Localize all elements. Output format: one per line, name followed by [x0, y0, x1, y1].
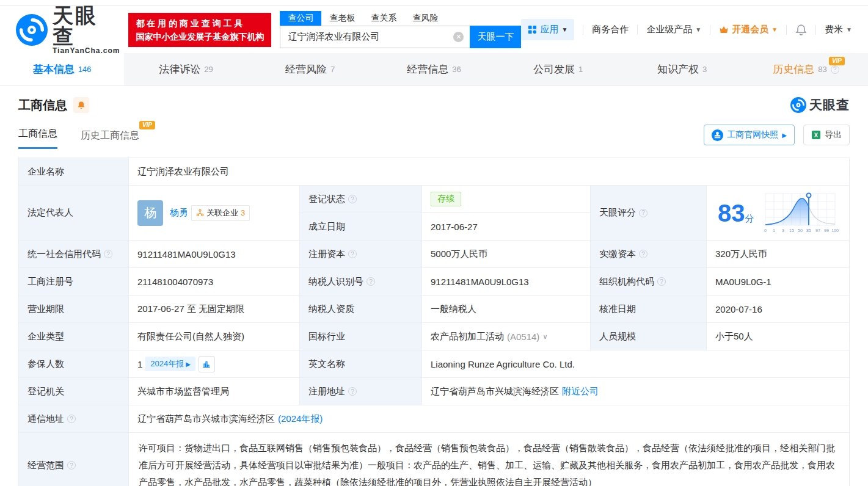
status-badge: 存续 [431, 192, 461, 206]
official-snapshot-button[interactable]: 工商官网快照 ▶ [704, 125, 795, 145]
site-header: 天眼查 TianYanCha.com 都 在 用 的 商 业 查 询 工 具 国… [0, 6, 868, 53]
help-icon[interactable]: ? [348, 387, 357, 396]
legal-rep-avatar[interactable]: 杨 [137, 200, 163, 226]
help-icon[interactable]: ? [367, 277, 375, 286]
table-row: 企业类型 有限责任公司(自然人独资) 国标行业 农产品初加工活动 (A0514)… [19, 322, 849, 350]
search-tab-risk[interactable]: 查风险 [404, 11, 446, 26]
credit-code-label: 统一社会信用代码? [19, 241, 129, 267]
tab-intellectual-property[interactable]: 知识产权3 [620, 53, 744, 85]
svg-text:100: 100 [831, 228, 839, 233]
nav-cooperation[interactable]: 商务合作 [592, 24, 629, 35]
company-type-label: 企业类型 [19, 323, 129, 350]
table-row: 营业期限 2017-06-27 至 无固定期限 纳税人资质 一般纳税人 核准日期… [19, 295, 849, 322]
tab-legal-litigation[interactable]: 法律诉讼29 [124, 53, 248, 85]
nav-enterprise[interactable]: 企业级产品▼ [646, 24, 701, 35]
help-icon[interactable]: ? [104, 250, 112, 258]
help-icon[interactable]: ? [67, 461, 76, 470]
reg-address-label: 注册地址? [300, 378, 422, 405]
search-input[interactable] [280, 26, 470, 48]
nav-divider [637, 25, 638, 35]
crown-icon [719, 25, 729, 35]
section-title: 工商信息 [18, 97, 67, 114]
staff-size-label: 人员规模 [591, 323, 707, 350]
reg-number-value: 211481004070973 [129, 268, 300, 295]
business-scope-label: 经营范围? [19, 433, 129, 486]
subtab-history-business-info[interactable]: VIP 历史工商信息 [81, 129, 139, 149]
tianyancha-logo-icon [16, 14, 48, 46]
svg-text:97: 97 [815, 228, 820, 233]
apps-grid-icon [528, 25, 537, 34]
search-tab-company[interactable]: 查公司 [280, 11, 321, 26]
company-tabbar: 基本信息146 法律诉讼29 经营风险7 经营信息36 公司发展1 知识产权3 … [0, 53, 868, 86]
reg-capital-label: 注册资本? [300, 241, 422, 267]
watermark-text: 天眼查 [809, 96, 850, 114]
excel-icon [811, 130, 821, 140]
chevron-down-icon: ▼ [561, 26, 567, 33]
tianyancha-logo[interactable]: 天眼查 TianYanCha.com [16, 5, 120, 55]
business-scope-value: 许可项目：货物进出口，食品互联网销售（销售预包装食品），食品经营（销售预包装食品… [129, 433, 849, 486]
tab-company-development[interactable]: 公司发展1 [496, 53, 620, 85]
promo-banner: 都 在 用 的 商 业 查 询 工 具 国家中小企业发展子基金旗下机构 [128, 13, 271, 47]
reg-status-label: 登记状态? [300, 186, 422, 212]
company-type-value: 有限责任公司(自然人独资) [129, 323, 300, 350]
help-icon[interactable]: ? [348, 250, 357, 258]
english-name-value: Liaoning Runze Agriculture Co. Ltd. [422, 350, 849, 377]
score-distribution-chart: 0 1 3 15 50 85 97 99 100 [763, 191, 839, 235]
paid-capital-label: 实缴资本? [591, 241, 707, 267]
nav-apps[interactable]: 应用▼ [521, 19, 574, 40]
nearby-companies-link[interactable]: 附近公司 [562, 386, 599, 397]
help-icon[interactable]: ? [639, 209, 647, 217]
tab-operation-info[interactable]: 经营信息36 [372, 53, 496, 85]
nav-divider [583, 25, 583, 35]
business-term-value: 2017-06-27 至 无固定期限 [129, 296, 300, 322]
chevron-down-icon: ▼ [695, 26, 701, 33]
tab-operation-risk[interactable]: 经营风险7 [248, 53, 372, 85]
legal-rep-label: 法定代表人 [19, 186, 129, 240]
business-info-table: 企业名称 辽宁润泽农业有限公司 法定代表人 杨 杨勇 关联企业 3 登记状态? … [18, 158, 850, 486]
help-icon[interactable]: ? [639, 250, 647, 258]
search-button[interactable]: 天眼一下 [470, 26, 521, 48]
nav-open-vip[interactable]: 开通会员▼ [719, 24, 778, 35]
score-label: 天眼评分? [591, 186, 707, 240]
taxpayer-quality-value: 一般纳税人 [422, 296, 591, 322]
insured-value: 1 2024年报▶ [129, 350, 300, 377]
table-row: 统一社会信用代码? 91211481MA0U9L0G13 注册资本? 5000万… [19, 240, 849, 267]
section-header: 工商信息 天眼查 [0, 86, 868, 114]
nav-user-menu[interactable]: 费米▼ [825, 24, 852, 35]
export-button[interactable]: 导出 [803, 125, 850, 145]
industry-value: 农产品初加工活动 (A0514) ∨ [422, 323, 591, 350]
nav-divider [815, 25, 816, 35]
help-icon[interactable]: ? [348, 195, 357, 203]
insured-trend-chart-button[interactable] [199, 356, 215, 372]
monitor-bell-icon[interactable] [73, 97, 89, 113]
svg-text:50: 50 [798, 228, 803, 233]
approval-date-value: 2020-07-16 [707, 296, 849, 322]
help-icon[interactable]: ? [67, 415, 76, 423]
vip-badge: VIP [829, 57, 845, 65]
annual-report-badge[interactable]: 2024年报▶ [145, 357, 195, 371]
search-tab-relation[interactable]: 查关系 [363, 11, 404, 26]
taxpayer-id-label: 纳税人识别号? [300, 268, 422, 295]
annual-report-link[interactable]: (2024年报) [278, 413, 323, 425]
legal-rep-cell: 杨 杨勇 关联企业 3 [129, 186, 300, 240]
search-tabs: 查公司 查老板 查关系 查风险 [280, 11, 521, 26]
table-row: 经营范围? 许可项目：货物进出口，食品互联网销售（销售预包装食品），食品经营（销… [19, 432, 849, 486]
search-tab-boss[interactable]: 查老板 [321, 11, 363, 26]
tab-history-info[interactable]: VIP 历史信息83 ? [744, 53, 868, 85]
search-block: 查公司 查老板 查关系 查风险 ✕ 天眼一下 [280, 11, 521, 48]
help-icon[interactable]: ? [657, 277, 666, 286]
chevron-down-icon[interactable]: ∨ [542, 333, 547, 341]
table-row: 企业名称 辽宁润泽农业有限公司 [19, 158, 849, 185]
tab-basic-info[interactable]: 基本信息146 [0, 53, 124, 85]
legal-rep-link[interactable]: 杨勇 [170, 207, 188, 219]
score-cell: 83分 [707, 186, 849, 240]
org-code-label: 组织机构代码? [591, 268, 707, 295]
subtab-business-info[interactable]: 工商信息 [18, 128, 57, 149]
related-companies-badge[interactable]: 关联企业 3 [191, 205, 250, 221]
header-nav: 应用▼ 商务合作 企业级产品▼ 开通会员▼ 费米▼ [521, 19, 852, 40]
watermark-logo: 天眼查 [790, 96, 850, 114]
reg-authority-label: 登记机关 [19, 378, 129, 405]
notification-bell-icon[interactable] [795, 24, 807, 35]
business-term-label: 营业期限 [19, 296, 129, 322]
svg-text:0: 0 [764, 228, 767, 233]
